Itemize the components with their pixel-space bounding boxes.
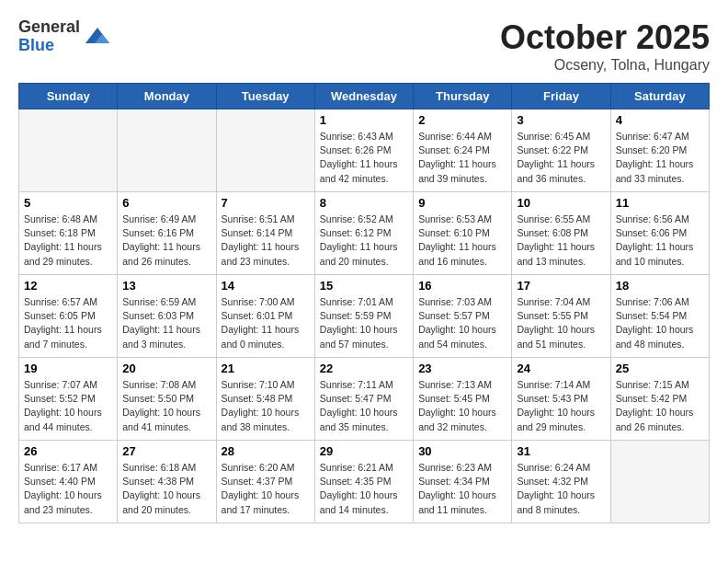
day-info: Sunrise: 6:57 AM Sunset: 6:05 PM Dayligh… bbox=[24, 295, 112, 351]
day-info: Sunrise: 7:07 AM Sunset: 5:52 PM Dayligh… bbox=[24, 378, 112, 434]
day-number: 11 bbox=[616, 196, 704, 210]
day-info: Sunrise: 6:17 AM Sunset: 4:40 PM Dayligh… bbox=[24, 461, 112, 517]
day-info: Sunrise: 6:43 AM Sunset: 6:26 PM Dayligh… bbox=[320, 130, 408, 186]
calendar-cell: 21Sunrise: 7:10 AM Sunset: 5:48 PM Dayli… bbox=[216, 358, 314, 441]
day-info: Sunrise: 7:03 AM Sunset: 5:57 PM Dayligh… bbox=[418, 295, 506, 351]
day-number: 31 bbox=[517, 444, 605, 458]
calendar-cell: 8Sunrise: 6:52 AM Sunset: 6:12 PM Daylig… bbox=[314, 192, 413, 275]
day-number: 16 bbox=[418, 279, 506, 293]
day-number: 13 bbox=[122, 279, 210, 293]
calendar-cell: 3Sunrise: 6:45 AM Sunset: 6:22 PM Daylig… bbox=[512, 109, 610, 192]
day-number: 25 bbox=[616, 362, 704, 375]
calendar-cell: 30Sunrise: 6:23 AM Sunset: 4:34 PM Dayli… bbox=[414, 441, 512, 523]
calendar-cell: 20Sunrise: 7:08 AM Sunset: 5:50 PM Dayli… bbox=[118, 358, 216, 441]
calendar-cell: 11Sunrise: 6:56 AM Sunset: 6:06 PM Dayli… bbox=[610, 192, 709, 275]
day-number: 3 bbox=[517, 113, 605, 127]
weekday-header-monday: Monday bbox=[118, 84, 216, 109]
day-info: Sunrise: 6:18 AM Sunset: 4:38 PM Dayligh… bbox=[122, 461, 210, 517]
day-info: Sunrise: 6:49 AM Sunset: 6:16 PM Dayligh… bbox=[122, 213, 210, 269]
calendar-cell bbox=[19, 109, 118, 192]
title-block: October 2025 Ocseny, Tolna, Hungary bbox=[500, 18, 710, 74]
day-number: 26 bbox=[24, 444, 112, 458]
calendar-cell: 26Sunrise: 6:17 AM Sunset: 4:40 PM Dayli… bbox=[19, 441, 118, 523]
weekday-header-tuesday: Tuesday bbox=[216, 84, 314, 109]
calendar-cell: 19Sunrise: 7:07 AM Sunset: 5:52 PM Dayli… bbox=[19, 358, 118, 441]
day-number: 28 bbox=[222, 444, 310, 458]
week-row-3: 12Sunrise: 6:57 AM Sunset: 6:05 PM Dayli… bbox=[19, 275, 710, 358]
calendar-cell: 2Sunrise: 6:44 AM Sunset: 6:24 PM Daylig… bbox=[414, 109, 512, 192]
month-title: October 2025 bbox=[500, 18, 710, 57]
calendar-cell: 29Sunrise: 6:21 AM Sunset: 4:35 PM Dayli… bbox=[314, 441, 413, 523]
calendar-table: SundayMondayTuesdayWednesdayThursdayFrid… bbox=[18, 83, 710, 523]
day-info: Sunrise: 6:45 AM Sunset: 6:22 PM Dayligh… bbox=[517, 130, 605, 186]
day-number: 14 bbox=[222, 279, 310, 293]
calendar-cell: 6Sunrise: 6:49 AM Sunset: 6:16 PM Daylig… bbox=[118, 192, 216, 275]
calendar-cell: 22Sunrise: 7:11 AM Sunset: 5:47 PM Dayli… bbox=[314, 358, 413, 441]
day-info: Sunrise: 7:13 AM Sunset: 5:45 PM Dayligh… bbox=[418, 378, 506, 434]
day-number: 23 bbox=[418, 362, 506, 375]
calendar-cell: 14Sunrise: 7:00 AM Sunset: 6:01 PM Dayli… bbox=[216, 275, 314, 358]
calendar-cell: 13Sunrise: 6:59 AM Sunset: 6:03 PM Dayli… bbox=[118, 275, 216, 358]
week-row-1: 1Sunrise: 6:43 AM Sunset: 6:26 PM Daylig… bbox=[19, 109, 710, 192]
day-number: 1 bbox=[320, 113, 408, 127]
calendar-cell: 28Sunrise: 6:20 AM Sunset: 4:37 PM Dayli… bbox=[216, 441, 314, 523]
day-number: 9 bbox=[418, 196, 506, 210]
day-info: Sunrise: 7:01 AM Sunset: 5:59 PM Dayligh… bbox=[320, 295, 408, 351]
calendar-cell bbox=[610, 441, 709, 523]
page-header: General Blue October 2025 Ocseny, Tolna,… bbox=[18, 18, 710, 74]
day-info: Sunrise: 7:15 AM Sunset: 5:42 PM Dayligh… bbox=[616, 378, 704, 434]
weekday-header-thursday: Thursday bbox=[414, 84, 512, 109]
day-number: 8 bbox=[320, 196, 408, 210]
day-info: Sunrise: 6:52 AM Sunset: 6:12 PM Dayligh… bbox=[320, 213, 408, 269]
day-info: Sunrise: 6:20 AM Sunset: 4:37 PM Dayligh… bbox=[222, 461, 310, 517]
week-row-4: 19Sunrise: 7:07 AM Sunset: 5:52 PM Dayli… bbox=[19, 358, 710, 441]
day-number: 22 bbox=[320, 362, 408, 375]
logo-icon bbox=[84, 23, 111, 51]
calendar-cell: 24Sunrise: 7:14 AM Sunset: 5:43 PM Dayli… bbox=[512, 358, 610, 441]
calendar-cell: 27Sunrise: 6:18 AM Sunset: 4:38 PM Dayli… bbox=[118, 441, 216, 523]
week-row-2: 5Sunrise: 6:48 AM Sunset: 6:18 PM Daylig… bbox=[19, 192, 710, 275]
weekday-header-saturday: Saturday bbox=[610, 84, 709, 109]
logo-text: General Blue bbox=[18, 18, 80, 55]
calendar-cell: 12Sunrise: 6:57 AM Sunset: 6:05 PM Dayli… bbox=[19, 275, 118, 358]
calendar-cell bbox=[216, 109, 314, 192]
day-info: Sunrise: 6:59 AM Sunset: 6:03 PM Dayligh… bbox=[122, 295, 210, 351]
day-number: 24 bbox=[517, 362, 605, 375]
weekday-header-wednesday: Wednesday bbox=[314, 84, 413, 109]
day-info: Sunrise: 7:06 AM Sunset: 5:54 PM Dayligh… bbox=[616, 295, 704, 351]
weekday-header-friday: Friday bbox=[512, 84, 610, 109]
day-number: 2 bbox=[418, 113, 506, 127]
weekday-header-sunday: Sunday bbox=[19, 84, 118, 109]
day-info: Sunrise: 6:44 AM Sunset: 6:24 PM Dayligh… bbox=[418, 130, 506, 186]
day-info: Sunrise: 6:51 AM Sunset: 6:14 PM Dayligh… bbox=[222, 213, 310, 269]
location: Ocseny, Tolna, Hungary bbox=[500, 57, 710, 74]
day-number: 18 bbox=[616, 279, 704, 293]
calendar-cell: 4Sunrise: 6:47 AM Sunset: 6:20 PM Daylig… bbox=[610, 109, 709, 192]
calendar-cell: 16Sunrise: 7:03 AM Sunset: 5:57 PM Dayli… bbox=[414, 275, 512, 358]
day-number: 20 bbox=[122, 362, 210, 375]
day-info: Sunrise: 7:14 AM Sunset: 5:43 PM Dayligh… bbox=[517, 378, 605, 434]
day-number: 17 bbox=[517, 279, 605, 293]
day-number: 4 bbox=[616, 113, 704, 127]
day-info: Sunrise: 6:23 AM Sunset: 4:34 PM Dayligh… bbox=[418, 461, 506, 517]
day-info: Sunrise: 6:56 AM Sunset: 6:06 PM Dayligh… bbox=[616, 213, 704, 269]
day-info: Sunrise: 7:00 AM Sunset: 6:01 PM Dayligh… bbox=[222, 295, 310, 351]
logo-general: General bbox=[18, 18, 80, 37]
logo: General Blue bbox=[18, 18, 111, 55]
calendar-cell: 23Sunrise: 7:13 AM Sunset: 5:45 PM Dayli… bbox=[414, 358, 512, 441]
day-info: Sunrise: 7:08 AM Sunset: 5:50 PM Dayligh… bbox=[122, 378, 210, 434]
calendar-cell: 5Sunrise: 6:48 AM Sunset: 6:18 PM Daylig… bbox=[19, 192, 118, 275]
calendar-cell: 17Sunrise: 7:04 AM Sunset: 5:55 PM Dayli… bbox=[512, 275, 610, 358]
day-info: Sunrise: 6:48 AM Sunset: 6:18 PM Dayligh… bbox=[24, 213, 112, 269]
day-number: 10 bbox=[517, 196, 605, 210]
day-info: Sunrise: 6:53 AM Sunset: 6:10 PM Dayligh… bbox=[418, 213, 506, 269]
day-number: 5 bbox=[24, 196, 112, 210]
calendar-cell: 15Sunrise: 7:01 AM Sunset: 5:59 PM Dayli… bbox=[314, 275, 413, 358]
calendar-cell: 10Sunrise: 6:55 AM Sunset: 6:08 PM Dayli… bbox=[512, 192, 610, 275]
day-number: 15 bbox=[320, 279, 408, 293]
day-info: Sunrise: 6:21 AM Sunset: 4:35 PM Dayligh… bbox=[320, 461, 408, 517]
day-info: Sunrise: 6:24 AM Sunset: 4:32 PM Dayligh… bbox=[517, 461, 605, 517]
calendar-cell: 18Sunrise: 7:06 AM Sunset: 5:54 PM Dayli… bbox=[610, 275, 709, 358]
day-number: 30 bbox=[418, 444, 506, 458]
calendar-cell: 7Sunrise: 6:51 AM Sunset: 6:14 PM Daylig… bbox=[216, 192, 314, 275]
